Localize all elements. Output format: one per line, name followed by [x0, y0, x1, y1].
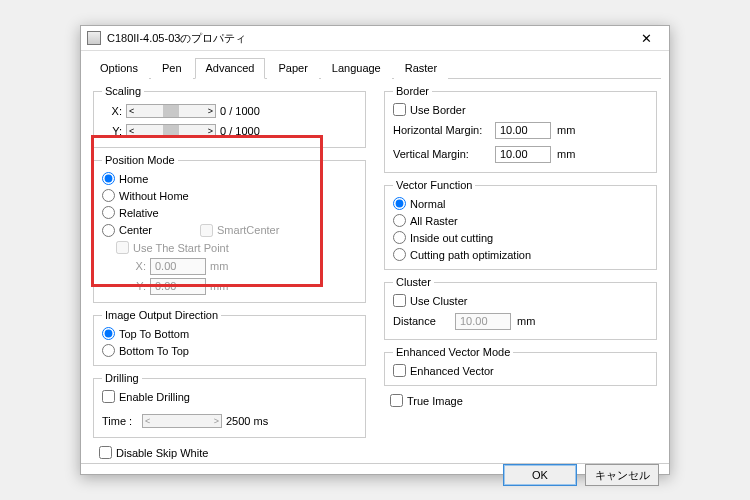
titlebar: C180II-4.05-03のプロパティ ✕ [81, 26, 669, 51]
drilling-time-label: Time : [102, 415, 138, 427]
tab-language[interactable]: Language [321, 58, 392, 79]
vector-function-group: Vector Function Normal All Raster Inside… [384, 179, 657, 270]
tab-options[interactable]: Options [89, 58, 149, 79]
cluster-group: Cluster Use Cluster Distance mm [384, 276, 657, 340]
imgdir-legend: Image Output Direction [102, 309, 221, 321]
tab-pen[interactable]: Pen [151, 58, 193, 79]
scaling-x-slider[interactable]: < > [126, 104, 216, 118]
scaling-y-slider[interactable]: < > [126, 124, 216, 138]
border-legend: Border [393, 85, 432, 97]
slider-thumb[interactable] [163, 105, 179, 117]
cluster-distance-label: Distance [393, 315, 449, 327]
check-use-cluster[interactable]: Use Cluster [393, 292, 648, 309]
radio-without-home[interactable]: Without Home [102, 187, 357, 204]
scaling-x-value: 0 / 1000 [220, 105, 268, 117]
dialog-footer: OK キャンセル [81, 463, 669, 486]
vmargin-unit: mm [557, 148, 581, 160]
properties-dialog: C180II-4.05-03のプロパティ ✕ Options Pen Advan… [80, 25, 670, 475]
check-use-border[interactable]: Use Border [393, 101, 648, 118]
pos-y-input [150, 278, 206, 295]
vmargin-input[interactable] [495, 146, 551, 163]
radio-bottom-to-top[interactable]: Bottom To Top [102, 342, 357, 359]
chevron-right-icon[interactable]: > [208, 127, 213, 136]
chevron-right-icon: > [214, 417, 219, 426]
tab-raster[interactable]: Raster [394, 58, 448, 79]
pos-x-unit: mm [210, 260, 234, 272]
chevron-right-icon[interactable]: > [208, 107, 213, 116]
slider-thumb[interactable] [163, 125, 179, 137]
radio-cutting-path-optimization[interactable]: Cutting path optimization [393, 246, 648, 263]
check-enable-drilling[interactable]: Enable Drilling [102, 388, 357, 405]
position-mode-group: Position Mode Home Without Home Relative… [93, 154, 366, 303]
cluster-legend: Cluster [393, 276, 434, 288]
enhanced-vector-mode-group: Enhanced Vector Mode Enhanced Vector [384, 346, 657, 386]
pos-x-label: X: [126, 260, 146, 272]
hmargin-input[interactable] [495, 122, 551, 139]
cluster-distance-unit: mm [517, 315, 541, 327]
vmargin-label: Vertical Margin: [393, 148, 489, 160]
chevron-left-icon[interactable]: < [129, 127, 134, 136]
scaling-y-label: Y: [102, 125, 122, 137]
tab-strip: Options Pen Advanced Paper Language Rast… [89, 57, 661, 79]
left-column: Scaling X: < > 0 / 1000 Y: < > [93, 83, 366, 463]
hmargin-unit: mm [557, 124, 581, 136]
vector-legend: Vector Function [393, 179, 475, 191]
radio-all-raster[interactable]: All Raster [393, 212, 648, 229]
radio-top-to-bottom[interactable]: Top To Bottom [102, 325, 357, 342]
check-smartcenter: SmartCenter [200, 222, 279, 239]
check-disable-skip-white[interactable]: Disable Skip White [99, 444, 366, 461]
drilling-legend: Drilling [102, 372, 142, 384]
scaling-x-label: X: [102, 105, 122, 117]
radio-normal[interactable]: Normal [393, 195, 648, 212]
app-icon [87, 31, 101, 45]
tab-paper[interactable]: Paper [267, 58, 318, 79]
close-icon[interactable]: ✕ [629, 26, 663, 50]
radio-home[interactable]: Home [102, 170, 357, 187]
border-group: Border Use Border Horizontal Margin: mm … [384, 85, 657, 173]
pos-x-input [150, 258, 206, 275]
pos-y-unit: mm [210, 280, 234, 292]
scaling-legend: Scaling [102, 85, 144, 97]
radio-center[interactable]: Center [102, 222, 152, 239]
check-use-start-point: Use The Start Point [116, 239, 357, 256]
scaling-group: Scaling X: < > 0 / 1000 Y: < > [93, 85, 366, 148]
chevron-left-icon[interactable]: < [129, 107, 134, 116]
radio-relative[interactable]: Relative [102, 204, 357, 221]
hmargin-label: Horizontal Margin: [393, 124, 489, 136]
window-title: C180II-4.05-03のプロパティ [107, 31, 629, 46]
radio-inside-out-cutting[interactable]: Inside out cutting [393, 229, 648, 246]
cancel-button[interactable]: キャンセル [585, 464, 659, 486]
scaling-y-value: 0 / 1000 [220, 125, 268, 137]
drilling-group: Drilling Enable Drilling Time : < > 2500… [93, 372, 366, 438]
tab-advanced[interactable]: Advanced [195, 58, 266, 79]
check-true-image[interactable]: True Image [390, 392, 657, 409]
cluster-distance-input [455, 313, 511, 330]
tab-content: Scaling X: < > 0 / 1000 Y: < > [81, 79, 669, 463]
image-output-direction-group: Image Output Direction Top To Bottom Bot… [93, 309, 366, 366]
evm-legend: Enhanced Vector Mode [393, 346, 513, 358]
right-column: Border Use Border Horizontal Margin: mm … [384, 83, 657, 463]
pos-y-label: Y: [126, 280, 146, 292]
position-mode-legend: Position Mode [102, 154, 178, 166]
ok-button[interactable]: OK [503, 464, 577, 486]
check-enhanced-vector[interactable]: Enhanced Vector [393, 362, 648, 379]
chevron-left-icon: < [145, 417, 150, 426]
drilling-time-value: 2500 ms [226, 415, 268, 427]
drilling-time-slider: < > [142, 414, 222, 428]
